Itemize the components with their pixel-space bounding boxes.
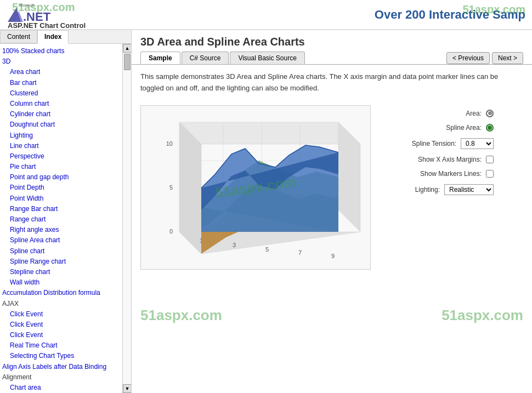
nav-link-item[interactable]: Perspective [0, 151, 122, 162]
bottom-wm-right: 51aspx.com [442, 307, 523, 324]
logo-watermark-left: 51aspx.com [12, 1, 75, 14]
area-control: Area: [384, 110, 494, 117]
svg-marker-5 [179, 122, 360, 144]
tab-content[interactable]: Content [0, 30, 37, 43]
next-button[interactable]: Next > [492, 52, 523, 64]
nav-link-item[interactable]: Selecting Chart Types [0, 351, 122, 361]
nav-link-item[interactable]: Real Time Chart [0, 340, 122, 351]
svg-text:9: 9 [331, 253, 335, 259]
nav-link-item[interactable]: Range Bar chart [0, 204, 122, 214]
logo-icon: 51aspx.com Microsoft .NET [7, 0, 72, 25]
tab-vb[interactable]: Visual Basic Source [230, 52, 305, 64]
scroll-track [123, 53, 131, 384]
scroll-up-btn[interactable]: ▲ [123, 44, 131, 53]
svg-text:0: 0 [169, 228, 173, 235]
nav-section-item: Alignment [0, 372, 122, 383]
nav-link-item[interactable]: Chart area [0, 383, 122, 393]
nav-link-item[interactable]: Click Event [0, 320, 122, 330]
nav-link-item[interactable]: Right angle axes [0, 225, 122, 235]
nav-link-item[interactable]: Stepline chart [0, 267, 122, 277]
spline-tension-control: Spline Tension: 0.4 0.6 0.8 1.0 [384, 138, 494, 149]
svg-text:3: 3 [233, 242, 236, 248]
tab-sample[interactable]: Sample [140, 52, 180, 64]
nav-link-item[interactable]: Spline Range chart [0, 257, 122, 267]
spline-area-control: Spline Area: [384, 124, 494, 132]
nav-link-item[interactable]: Bar chart [0, 78, 122, 88]
sidebar-inner: 100% Stacked charts3DArea chartBar chart… [0, 44, 131, 393]
content-area: 3D Area and Spline Area Charts Sample C#… [132, 30, 532, 393]
description: This sample demonstrates 3D Area and Spl… [132, 65, 532, 101]
markers-lines-control: Show Markers Lines: [384, 170, 494, 178]
x-axis-margins-checkbox[interactable] [486, 156, 494, 163]
chart-container: 10 5 0 1 3 5 7 9 [140, 105, 371, 270]
svg-text:7: 7 [298, 249, 302, 256]
nav-link-item[interactable]: Area chart [0, 67, 122, 77]
x-axis-margins-control: Show X Axis Margins: [384, 156, 494, 163]
nav-link-item[interactable]: Point and gap depth [0, 172, 122, 183]
spline-tension-label: Spline Tension: [412, 140, 456, 147]
tab-csharp[interactable]: C# Source [182, 52, 229, 64]
svg-text:5: 5 [265, 246, 269, 253]
scroll-thumb[interactable] [124, 54, 131, 70]
chart-section: 10 5 0 1 3 5 7 9 [132, 101, 532, 274]
spline-tension-select[interactable]: 0.4 0.6 0.8 1.0 [461, 138, 494, 149]
prev-button[interactable]: < Previous [446, 52, 490, 64]
lighting-label: Lighting: [415, 186, 440, 193]
scroll-down-btn[interactable]: ▼ [123, 384, 131, 393]
area-label: Area: [466, 110, 482, 117]
spline-area-label: Spline Area: [446, 124, 482, 132]
nav-link-item[interactable]: Line chart [0, 141, 122, 151]
sidebar-list: 100% Stacked charts3DArea chartBar chart… [0, 44, 122, 393]
nav-link-item[interactable]: Accumulation Distribution formula [0, 288, 122, 298]
nav-link-item[interactable]: Pie chart [0, 162, 122, 172]
nav-link-item[interactable]: Range chart [0, 214, 122, 225]
tabs-nav: < Previous Next > [446, 52, 523, 64]
nav-link-item[interactable]: Point Width [0, 193, 122, 204]
tabs-left: Sample C# Source Visual Basic Source [140, 52, 306, 64]
markers-lines-label: Show Markers Lines: [420, 170, 482, 178]
chart-svg: 10 5 0 1 3 5 7 9 [141, 106, 371, 270]
svg-text:10: 10 [166, 140, 173, 147]
nav-link-item[interactable]: Spline chart [0, 246, 122, 257]
nav-link-item[interactable]: Point Depth [0, 183, 122, 193]
page-title: 3D Area and Spline Area Charts [132, 30, 532, 52]
nav-link-item[interactable]: Wall width [0, 277, 122, 288]
sidebar-tabs: Content Index [0, 30, 131, 44]
x-axis-margins-label: Show X Axis Margins: [418, 156, 482, 163]
nav-link-item[interactable]: 100% Stacked charts [0, 46, 122, 56]
nav-link-item[interactable]: 3D [0, 56, 122, 67]
nav-link-item[interactable]: Column chart [0, 99, 122, 109]
sidebar: Content Index 100% Stacked charts3DArea … [0, 30, 132, 393]
nav-link-item[interactable]: Align Axis Labels after Data Binding [0, 362, 122, 372]
area-radio[interactable] [486, 110, 494, 117]
header-left: 51aspx.com Microsoft .NET ASP.NET Chart … [7, 0, 86, 30]
bottom-watermarks: 51aspx.com 51aspx.com [132, 296, 532, 328]
header: 51aspx.com Microsoft .NET ASP.NET Chart … [0, 0, 532, 30]
nav-link-item[interactable]: Spline Area chart [0, 235, 122, 246]
nav-link-item[interactable]: Click Event [0, 330, 122, 340]
markers-lines-checkbox[interactable] [486, 170, 494, 178]
nav-link-item[interactable]: Doughnut chart [0, 119, 122, 130]
tabs-bar: Sample C# Source Visual Basic Source < P… [132, 52, 532, 65]
nav-link-item[interactable]: Lighting [0, 130, 122, 141]
nav-link-item[interactable]: Clustered [0, 88, 122, 99]
header-right: 51aspx.com Over 200 Interactive Samp [375, 8, 525, 22]
bottom-wm-left: 51aspx.com [140, 307, 222, 324]
nav-link-item[interactable]: Cylinder chart [0, 109, 122, 119]
sidebar-scrollbar: ▲ ▼ [122, 44, 131, 393]
tab-index[interactable]: Index [37, 30, 69, 44]
header-watermark-right: 51aspx.com [462, 3, 525, 16]
nav-section-item: AJAX [0, 299, 122, 309]
lighting-select[interactable]: None Realistic Simplistic [444, 184, 494, 195]
controls-panel: Area: Spline Area: Spline Tension: [384, 105, 494, 195]
lighting-control: Lighting: None Realistic Simplistic [384, 184, 494, 195]
nav-link-item[interactable]: Click Event [0, 309, 122, 320]
main-layout: Content Index 100% Stacked charts3DArea … [0, 30, 532, 393]
svg-text:5: 5 [169, 184, 173, 191]
spline-area-radio[interactable] [486, 124, 494, 132]
